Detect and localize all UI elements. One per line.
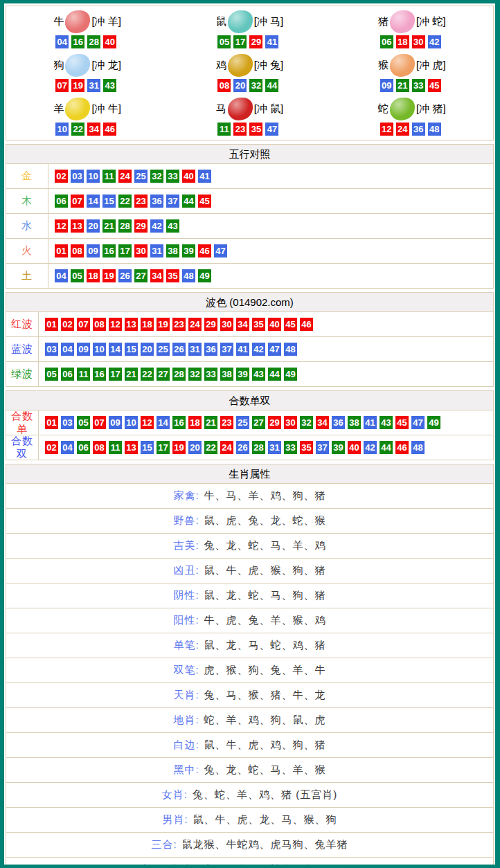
- zodiac-cell: 鼠[冲 马]05172941: [168, 8, 330, 51]
- row-label: 水: [6, 214, 48, 238]
- table-row: 合数单0103050709101214161821232527293032343…: [6, 410, 493, 435]
- number-chip: 25: [157, 343, 170, 356]
- row-numbers: 1213202128294243: [48, 214, 493, 238]
- row-label: 绿波: [6, 362, 38, 386]
- number-chip: 12: [55, 219, 68, 233]
- number-chip: 30: [412, 35, 425, 48]
- number-chip: 33: [166, 170, 179, 183]
- number-chip: 31: [150, 244, 163, 257]
- zodiac-name: 牛[冲 羊]: [53, 10, 121, 33]
- number-chip: 06: [61, 368, 74, 381]
- bose-rows: 红波0102070812131819232429303435404546蓝波03…: [6, 312, 493, 386]
- bose-table: 波色 (014902.com) 红波0102070812131819232429…: [6, 292, 494, 387]
- zodiac-numbers: 10223446: [55, 123, 119, 136]
- number-chip: 38: [348, 416, 361, 429]
- number-chip: 22: [204, 441, 217, 454]
- number-chip: 19: [102, 269, 116, 282]
- attr-label: 女肖:: [162, 788, 188, 802]
- number-chip: 35: [166, 269, 179, 282]
- number-chip: 28: [87, 35, 100, 48]
- number-chip: 16: [93, 368, 106, 381]
- zodiac-clash-label: [冲 猪]: [416, 102, 446, 116]
- number-chip: 35: [252, 318, 265, 331]
- zodiac-animal-label: 猴: [378, 59, 389, 72]
- zodiac-name: 狗[冲 龙]: [53, 54, 121, 77]
- rooster-icon: [228, 54, 253, 77]
- number-chip: 28: [118, 219, 132, 233]
- attr-value: 鼠、牛、虎、猴、狗、猪: [204, 564, 326, 577]
- heshu-rows: 合数单0103050709101214161821232527293032343…: [6, 410, 493, 460]
- number-chip: 15: [141, 441, 154, 454]
- wuxing-table: 五行对照 金02031011242532334041木0607141522233…: [6, 144, 494, 289]
- number-chip: 25: [134, 170, 148, 183]
- attr-value: 兔、蛇、羊、鸡、猪 (五宫肖): [193, 788, 337, 802]
- table-row: 野兽:鼠、虎、兔、龙、蛇、猴: [6, 509, 493, 534]
- number-chip: 11: [217, 123, 231, 136]
- number-chip: 42: [252, 343, 265, 356]
- number-chip: 18: [87, 269, 100, 282]
- number-chip: 10: [93, 343, 106, 356]
- attr-label: 吉美:: [173, 539, 199, 552]
- number-chip: 21: [204, 416, 217, 429]
- attr-label: 天肖:: [173, 689, 199, 702]
- number-chip: 27: [252, 416, 265, 429]
- table-row: 天肖:兔、马、猴、猪、牛、龙: [6, 683, 493, 708]
- number-chip: 25: [236, 416, 249, 429]
- table-row: 金02031011242532334041: [6, 164, 493, 189]
- number-chip: 23: [233, 123, 247, 136]
- zodiac-cell: 蛇[冲 猪]12243648: [331, 95, 493, 138]
- number-chip: 20: [141, 343, 154, 356]
- heshu-title: 合数单双: [6, 391, 493, 410]
- zodiac-numbers: 11233547: [217, 123, 281, 136]
- row-label: 红波: [6, 312, 38, 336]
- number-chip: 20: [233, 79, 247, 92]
- attr-label: 白边:: [173, 739, 199, 752]
- number-chip: 05: [45, 368, 58, 381]
- zodiac-cell: 马[冲 鼠]11233547: [168, 95, 330, 138]
- number-chip: 26: [236, 441, 249, 454]
- number-chip: 06: [55, 195, 68, 208]
- zodiac-animal-label: 马: [216, 102, 226, 116]
- table-row: 绿波05061116172122272832333839434449: [6, 362, 493, 386]
- number-chip: 11: [77, 368, 90, 381]
- zodiac-numbers: 08203244: [217, 79, 281, 92]
- number-chip: 05: [77, 416, 90, 429]
- number-chip: 32: [188, 368, 202, 381]
- number-chip: 01: [45, 416, 58, 429]
- ox-icon: [65, 10, 90, 33]
- attr-label: 单笔:: [173, 639, 199, 652]
- zodiac-animal-label: 鼠: [216, 15, 226, 28]
- number-chip: 39: [236, 368, 249, 381]
- number-chip: 10: [125, 416, 138, 429]
- attr-label: 双笔:: [173, 664, 199, 677]
- number-chip: 47: [268, 343, 281, 356]
- number-chip: 26: [172, 343, 186, 356]
- zodiac-animal-label: 牛: [53, 15, 64, 28]
- attr-value: 牛、马、羊、鸡、狗、猪: [204, 489, 326, 503]
- number-chip: 33: [412, 79, 425, 92]
- number-chip: 47: [214, 244, 227, 257]
- table-row: 六合:鼠牛、龙鸡、虎猪、蛇猴、兔狗、马羊: [6, 858, 493, 868]
- attr-value: 鼠、虎、兔、龙、蛇、猴: [204, 514, 326, 527]
- row-numbers: 0204060811131517192022242628313335373940…: [38, 435, 493, 460]
- number-chip: 19: [157, 318, 170, 331]
- number-chip: 27: [134, 269, 148, 282]
- number-chip: 47: [411, 416, 425, 429]
- shengxiao-table: 生肖属性 家禽:牛、马、羊、鸡、狗、猪野兽:鼠、虎、兔、龙、蛇、猴吉美:兔、龙、…: [6, 464, 494, 868]
- table-row: 火0108091617303138394647: [6, 239, 493, 264]
- zodiac-numbers: 09213345: [380, 79, 444, 92]
- number-chip: 19: [172, 441, 186, 454]
- number-chip: 33: [204, 368, 217, 381]
- attr-value: 鼠、牛、虎、龙、马、猴、狗: [193, 813, 337, 826]
- number-chip: 45: [428, 79, 441, 92]
- number-chip: 14: [157, 416, 170, 429]
- table-row: 凶丑:鼠、牛、虎、猴、狗、猪: [6, 559, 493, 584]
- horse-icon: [228, 98, 253, 120]
- goat-icon: [65, 98, 90, 120]
- table-row: 单笔:鼠、龙、马、蛇、鸡、猪: [6, 633, 493, 658]
- row-numbers: 06071415222336374445: [48, 189, 493, 213]
- number-chip: 08: [71, 244, 84, 257]
- zodiac-name: 猴[冲 虎]: [378, 54, 446, 77]
- number-chip: 26: [118, 269, 132, 282]
- number-chip: 34: [87, 123, 100, 136]
